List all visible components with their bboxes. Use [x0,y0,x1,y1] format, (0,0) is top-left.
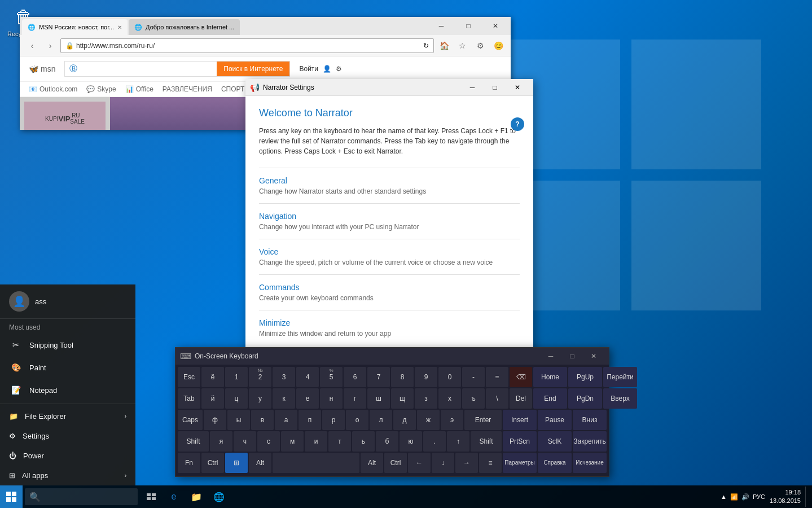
start-item-all-apps[interactable]: ⊞ All apps › [0,466,135,485]
key-sh[interactable]: ш [367,388,390,409]
start-item-snipping-tool[interactable]: ✂ Snipping Tool [0,334,135,356]
key-win[interactable]: ⊞ [225,453,248,473]
start-button[interactable] [0,485,23,508]
msn-nav-sport[interactable]: СПОРТ [221,85,244,93]
narrator-close-btn[interactable]: ✕ [506,79,529,96]
key-b[interactable]: б [376,431,398,452]
key-alt-left[interactable]: Alt [249,453,271,473]
key-vverh[interactable]: Вверх [603,388,637,409]
msn-nav-outlook[interactable]: 📧 Outlook.com [29,85,77,93]
browser-tab-ie[interactable]: 🌐 Добро пожаловать в Internet ... [129,19,240,35]
key-t[interactable]: т [328,431,351,452]
key-fn[interactable]: Fn [178,453,200,473]
key-alt-right[interactable]: Alt [361,453,383,473]
key-esc[interactable]: Esc [178,367,200,387]
task-view-btn[interactable] [140,485,163,508]
key-f[interactable]: ф [204,410,226,430]
key-r[interactable]: р [322,410,345,430]
key-zh[interactable]: ж [417,410,440,430]
start-item-notepad[interactable]: 📝 Notepad [0,379,135,401]
key-end[interactable]: End [533,388,567,409]
key-7[interactable]: 7 [367,367,390,387]
key-8[interactable]: 8 [391,367,414,387]
back-btn[interactable]: ‹ [24,38,40,54]
key-ctrl-right[interactable]: Ctrl [384,453,407,473]
key-right-arrow[interactable]: → [455,453,478,473]
key-pgdn[interactable]: PgDn [568,388,602,409]
key-del[interactable]: Del [510,388,532,409]
key-g[interactable]: г [344,388,366,409]
key-down-arrow[interactable]: ↓ [432,453,454,473]
narrator-section-general[interactable]: General Change how Narrator starts and o… [259,168,520,203]
key-d[interactable]: д [393,410,416,430]
key-shift-left[interactable]: Shift [178,431,209,452]
volume-icon[interactable]: 🔊 [741,493,749,501]
user-avatar[interactable]: 👤 [9,291,29,312]
key-left-arrow[interactable]: ← [408,453,431,473]
msn-nav-razvlecheniya[interactable]: РАЗВЛЕЧЕНИЯ [163,85,212,93]
taskbar-explorer-btn[interactable]: 📁 [185,485,208,508]
search-input[interactable] [43,493,133,501]
key-v[interactable]: в [251,410,274,430]
key-soft[interactable]: ь [352,431,375,452]
tab-close-btn[interactable]: ✕ [117,24,122,30]
key-space[interactable] [273,453,359,473]
favorites-btn[interactable]: ☆ [454,38,470,54]
key-6[interactable]: 6 [344,367,366,387]
key-z[interactable]: з [415,388,437,409]
refresh-icon[interactable]: ↻ [423,42,429,50]
key-i[interactable]: и [305,431,327,452]
key-backslash[interactable]: \ [486,388,508,409]
key-p[interactable]: п [299,410,321,430]
key-enter[interactable]: Enter [464,410,502,430]
key-dot[interactable]: . [423,431,446,452]
key-2[interactable]: №2 [249,367,271,387]
msn-nav-office[interactable]: 📊 Office [125,85,153,93]
key-ts[interactable]: ц [225,388,248,409]
key-parametry[interactable]: Параметры [503,453,537,473]
narrator-maximize-btn[interactable]: □ [484,79,506,96]
key-ischezanie[interactable]: Исчезание [573,453,607,473]
key-minus[interactable]: - [462,367,485,387]
key-1[interactable]: 1 [225,367,248,387]
msn-search-input[interactable] [82,65,217,73]
key-ctrl-left[interactable]: Ctrl [201,453,224,473]
key-pgup[interactable]: PgUp [568,367,602,387]
taskbar-clock[interactable]: 19:18 13.08.2015 [770,488,801,506]
key-shift-right[interactable]: Shift [471,431,502,452]
key-j[interactable]: й [201,388,224,409]
forward-btn[interactable]: › [42,38,58,54]
key-3[interactable]: 3 [273,367,295,387]
msn-signin[interactable]: Войти 👤 ⚙ [299,65,342,73]
msn-nav-skype[interactable]: 💬 Skype [86,85,116,93]
key-shch[interactable]: щ [391,388,414,409]
start-item-file-explorer[interactable]: 📁 File Explorer › [0,406,135,426]
start-item-settings[interactable]: ⚙ Settings [0,426,135,446]
key-u[interactable]: у [249,388,271,409]
narrator-minimize-btn[interactable]: ─ [461,79,484,96]
key-tab[interactable]: Tab [178,388,200,409]
key-hard[interactable]: ъ [462,388,485,409]
start-item-paint[interactable]: 🎨 Paint [0,356,135,379]
key-zakrepit[interactable]: Закрепить [573,431,607,452]
key-4[interactable]: 4 [296,367,319,387]
browser-minimize-btn[interactable]: ─ [428,18,454,34]
browser-tab-msn[interactable]: 🌐 MSN Россия: новост, пог... ✕ [22,19,128,35]
browser-maximize-btn[interactable]: □ [455,18,481,34]
key-spravka[interactable]: Справка [538,453,572,473]
start-item-power[interactable]: ⏻ Power [0,446,135,466]
key-o[interactable]: о [346,410,368,430]
key-l[interactable]: л [370,410,392,430]
key-equals[interactable]: = [486,367,508,387]
msn-search-button[interactable]: Поиск в Интернете [217,62,289,76]
key-ye[interactable]: е [296,388,319,409]
home-btn[interactable]: 🏠 [436,38,452,54]
key-s[interactable]: с [257,431,280,452]
key-insert[interactable]: Insert [503,410,537,430]
key-sclk[interactable]: SclK [538,431,572,452]
network-icon[interactable]: 📶 [730,493,738,501]
narrator-section-navigation[interactable]: Navigation Change how you interact with … [259,203,520,239]
key-n[interactable]: н [320,388,343,409]
show-desktop-btn[interactable] [805,487,807,507]
key-9[interactable]: 9 [415,367,437,387]
